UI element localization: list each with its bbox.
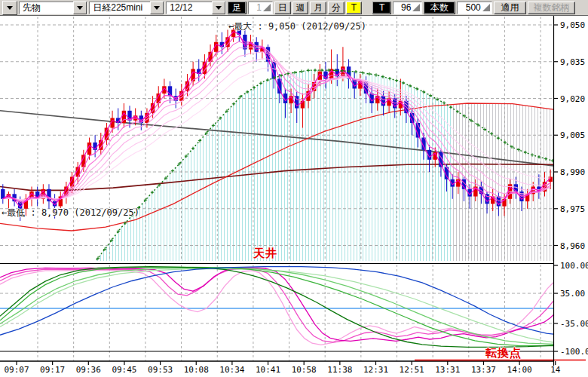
bar-count-button[interactable]: 本数: [424, 2, 455, 14]
ceiling-annotation: 天井: [253, 247, 277, 261]
bar-count-spinner[interactable]: 500: [457, 2, 492, 14]
svg-text:11:38: 11:38: [327, 365, 352, 375]
svg-text:09:07: 09:07: [4, 365, 29, 375]
bar-interval-value: 1: [256, 2, 262, 13]
svg-text:09:53: 09:53: [148, 365, 173, 375]
instrument-category-value: 先物: [20, 2, 73, 14]
symbol-select[interactable]: 日経225mini: [89, 2, 164, 14]
period-day-button[interactable]: 日: [274, 2, 291, 14]
bar-type-button[interactable]: 足: [228, 2, 247, 14]
apply-button[interactable]: 適用: [494, 2, 526, 14]
svg-text:12:31: 12:31: [363, 365, 388, 375]
svg-text:100.00: 100.00: [560, 261, 588, 271]
instrument-category-select[interactable]: 先物: [19, 2, 87, 14]
svg-text:14:00: 14:00: [507, 365, 532, 375]
svg-text:13:31: 13:31: [435, 365, 460, 375]
svg-text:10:08: 10:08: [184, 365, 209, 375]
svg-text:35.00: 35.00: [560, 289, 585, 299]
contract-month-value: 12/12: [167, 2, 212, 13]
bar-interval-spinner[interactable]: 1: [248, 2, 273, 14]
tick-size-button[interactable]: T: [372, 2, 391, 14]
svg-text:10:34: 10:34: [219, 365, 244, 375]
period-tick-button[interactable]: T: [346, 2, 363, 14]
svg-text:-35.00: -35.00: [560, 319, 588, 329]
chevron-down-icon[interactable]: [212, 2, 225, 14]
max-price-annotation: ←最大 : 9,050 (2012/09/25): [228, 20, 366, 33]
svg-text:14: 14: [550, 365, 561, 375]
spin-icon[interactable]: [263, 4, 271, 11]
min-price-annotation: ←最低 : 8,970 (2012/09/25): [2, 207, 139, 219]
bar-count-value: 500: [466, 2, 481, 13]
contract-month-select[interactable]: 12/12: [166, 2, 226, 14]
chevron-down-icon: [7, 6, 13, 13]
symbol-list-dropdown-button[interactable]: [2, 1, 17, 15]
chevron-down-icon[interactable]: [73, 2, 87, 14]
svg-text:09:45: 09:45: [112, 365, 136, 375]
svg-text:09:17: 09:17: [40, 365, 65, 375]
svg-text:13:37: 13:37: [471, 365, 496, 375]
multi-symbol-button: 複数銘柄: [528, 2, 575, 14]
svg-text:9,005: 9,005: [560, 130, 585, 140]
svg-text:10:58: 10:58: [292, 365, 317, 375]
spin-icon[interactable]: [412, 4, 420, 11]
svg-text:09:36: 09:36: [76, 365, 101, 375]
svg-text:9,035: 9,035: [560, 57, 585, 67]
spin-icon[interactable]: [482, 4, 490, 11]
svg-text:8,990: 8,990: [560, 167, 585, 177]
toolbar: 先物 日経225mini 12/12 足 1 日 週 月 分 T T 96 本数…: [0, 0, 588, 16]
svg-text:10:41: 10:41: [256, 365, 280, 375]
period-week-button[interactable]: 週: [292, 2, 309, 14]
tick-size-value: 96: [401, 2, 411, 13]
tick-size-spinner[interactable]: 96: [393, 2, 422, 14]
turning-point-annotation: 転換点: [485, 346, 522, 360]
period-month-button[interactable]: 月: [310, 2, 326, 14]
svg-text:9,020: 9,020: [560, 94, 585, 104]
price-chart[interactable]: 9,0509,0359,0209,0058,9908,9758,960100.0…: [0, 0, 588, 377]
svg-text:8,960: 8,960: [560, 241, 585, 251]
symbol-value: 日経225mini: [90, 2, 150, 14]
svg-text:-100.00: -100.00: [560, 347, 588, 357]
svg-text:12:51: 12:51: [400, 365, 424, 375]
period-minute-button[interactable]: 分: [328, 2, 345, 14]
chevron-down-icon[interactable]: [150, 2, 164, 14]
svg-text:9,050: 9,050: [560, 20, 585, 30]
svg-text:8,975: 8,975: [560, 204, 585, 214]
chart-app-window: 9,0509,0359,0209,0058,9908,9758,960100.0…: [0, 0, 588, 377]
